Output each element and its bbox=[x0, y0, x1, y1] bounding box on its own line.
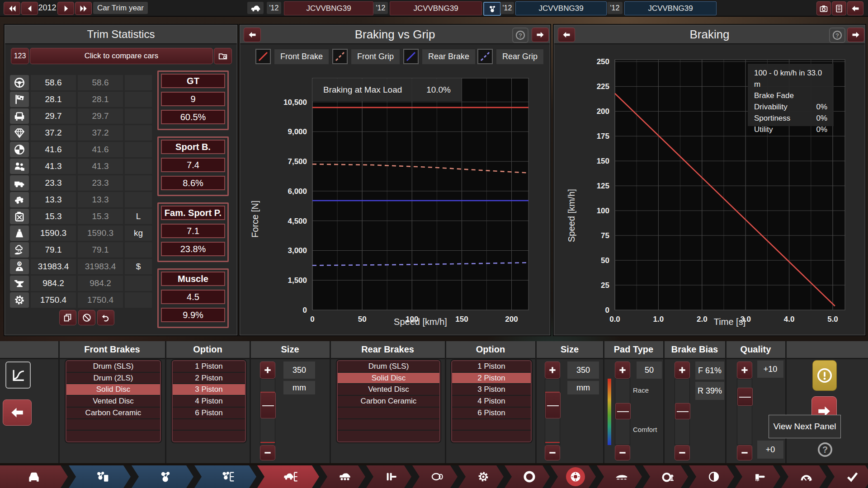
front-caliper-option-3-piston[interactable]: 3 Piston bbox=[173, 384, 245, 396]
design-tab-drivetrain[interactable] bbox=[366, 465, 411, 488]
car-susp-icon bbox=[339, 470, 351, 483]
compare-count-button[interactable]: 123 bbox=[11, 48, 29, 64]
front-brake-option-solid-disc[interactable]: Solid Disc bbox=[66, 384, 160, 396]
rear-brake-option-solid-disc[interactable]: Solid Disc bbox=[338, 373, 439, 385]
next-year-button[interactable] bbox=[57, 2, 74, 15]
photo-button[interactable] bbox=[816, 1, 831, 15]
pad-type-slider-handle[interactable] bbox=[615, 403, 631, 419]
brake-bias-slider-handle[interactable] bbox=[675, 403, 690, 419]
design-tab-engine-bay[interactable] bbox=[458, 465, 504, 488]
model-tab-red-2[interactable]: JCVVBNG39 bbox=[284, 1, 373, 15]
trim-statistics-title: Trim Statistics bbox=[5, 25, 237, 44]
front-brake-option-vented-disc[interactable]: Vented Disc bbox=[66, 396, 160, 408]
front-caliper-option-1-piston[interactable]: 1 Piston bbox=[173, 361, 245, 373]
first-year-button[interactable] bbox=[4, 2, 20, 15]
front-caliper-option-4-piston[interactable]: 4 Piston bbox=[173, 396, 245, 408]
help-button[interactable]: ? bbox=[816, 441, 834, 459]
legend-rear-grip[interactable]: Rear Grip bbox=[477, 48, 543, 65]
front-caliper-option-6-piston[interactable]: 6 Piston bbox=[173, 408, 245, 419]
legend-front-brake[interactable]: Front Brake bbox=[255, 48, 329, 65]
front-size-decrease-button[interactable] bbox=[260, 445, 275, 460]
bias-increase-button[interactable] bbox=[675, 361, 690, 379]
legend-rear-brake[interactable]: Rear Brake bbox=[403, 48, 475, 65]
svg-text:?: ? bbox=[822, 445, 828, 455]
prev-graph-button[interactable] bbox=[558, 28, 575, 42]
rear-caliper-option-6-piston[interactable]: 6 Piston bbox=[452, 408, 531, 419]
last-year-button[interactable] bbox=[75, 2, 92, 15]
prev-graph-button[interactable] bbox=[244, 28, 261, 42]
undo-button[interactable] bbox=[97, 310, 114, 325]
design-tab-aero[interactable] bbox=[597, 465, 642, 488]
model-tab-red-4[interactable]: JCVVBNG39 bbox=[390, 1, 482, 15]
rear-caliper-option-1-piston[interactable]: 1 Piston bbox=[452, 361, 531, 373]
design-tab-brakes[interactable] bbox=[551, 465, 596, 488]
quality-slider-handle[interactable] bbox=[737, 388, 753, 406]
rear-size-increase-button[interactable] bbox=[545, 361, 560, 379]
save-load-button[interactable] bbox=[214, 48, 232, 64]
design-tab-engine-family[interactable] bbox=[69, 465, 131, 488]
comfort-icon bbox=[10, 108, 29, 124]
car-model-icon[interactable] bbox=[247, 2, 264, 14]
score-name: GT bbox=[161, 74, 225, 88]
summary-button[interactable] bbox=[832, 1, 846, 15]
rear-size-value: 350 bbox=[567, 361, 599, 379]
rear-brake-option-drum-sls-[interactable]: Drum (SLS) bbox=[338, 361, 439, 373]
front-size-increase-button[interactable] bbox=[260, 361, 275, 379]
quality-decrease-button[interactable] bbox=[737, 445, 752, 460]
score-value: 4.5 bbox=[161, 290, 225, 304]
help-button[interactable]: ? bbox=[829, 28, 845, 43]
design-tab-wheel-load[interactable] bbox=[643, 465, 688, 488]
next-graph-button[interactable] bbox=[532, 28, 549, 42]
rear-caliper-option-empty-6 bbox=[452, 431, 531, 441]
copy-trim-button[interactable] bbox=[59, 310, 76, 325]
stat-value-current: 28.1 bbox=[31, 92, 76, 107]
design-tab-engine-tuning[interactable] bbox=[194, 465, 256, 488]
rear-size-decrease-button[interactable] bbox=[545, 445, 560, 460]
pad-increase-button[interactable] bbox=[615, 361, 630, 379]
legend-front-grip[interactable]: Front Grip bbox=[332, 48, 400, 65]
rear-caliper-option-4-piston[interactable]: 4 Piston bbox=[452, 396, 531, 408]
discard-trim-button[interactable] bbox=[78, 310, 95, 325]
previous-panel-button[interactable] bbox=[3, 399, 32, 426]
design-tab-trim[interactable] bbox=[257, 465, 319, 488]
right-arrow-icon bbox=[61, 4, 71, 13]
front-brake-option-drum-sls-[interactable]: Drum (SLS) bbox=[66, 361, 160, 373]
rear-brake-option-vented-disc[interactable]: Vented Disc bbox=[338, 384, 439, 396]
rear-caliper-option-3-piston[interactable]: 3 Piston bbox=[452, 384, 531, 396]
front-brake-option-drum-2ls-[interactable]: Drum (2LS) bbox=[66, 373, 160, 385]
design-tab-fixtures[interactable] bbox=[412, 465, 458, 488]
warnings-button[interactable] bbox=[812, 360, 837, 391]
svg-text:50: 50 bbox=[601, 256, 609, 265]
model-tab-blue-7[interactable]: JCVVBNG39 bbox=[515, 1, 607, 15]
design-tab-testing[interactable] bbox=[781, 465, 826, 488]
design-tab-drive-wheels[interactable] bbox=[689, 465, 734, 488]
quality-increase-button[interactable] bbox=[737, 361, 752, 379]
design-tab-car-body[interactable] bbox=[0, 465, 68, 488]
engine-model-icon[interactable] bbox=[483, 2, 501, 16]
front-size-value: 350 bbox=[283, 361, 315, 379]
quality-bottom-value: +0 bbox=[757, 441, 783, 459]
next-graph-button[interactable] bbox=[847, 28, 864, 42]
design-tab-tyres[interactable] bbox=[505, 465, 550, 488]
front-size-slider-handle[interactable] bbox=[260, 392, 276, 418]
design-tab-paint[interactable] bbox=[735, 465, 780, 488]
model-tab-blue-9[interactable]: JCVVBNG39 bbox=[624, 1, 717, 15]
rear-brake-option-carbon-ceramic[interactable]: Carbon Ceramic bbox=[338, 396, 439, 408]
design-tab-finish[interactable] bbox=[827, 465, 868, 488]
front-caliper-option-2-piston[interactable]: 2 Piston bbox=[173, 373, 245, 385]
bias-decrease-button[interactable] bbox=[675, 445, 690, 460]
dial-icon bbox=[800, 470, 812, 483]
back-button[interactable] bbox=[847, 1, 863, 15]
help-button[interactable]: ? bbox=[512, 28, 528, 43]
design-tab-suspension[interactable] bbox=[320, 465, 365, 488]
pad-decrease-button[interactable] bbox=[615, 445, 630, 460]
prev-year-button[interactable] bbox=[21, 2, 38, 15]
compare-cars-button[interactable]: Click to compare cars bbox=[30, 48, 213, 64]
column-separator bbox=[663, 341, 665, 463]
svg-text:100: 100 bbox=[597, 206, 609, 215]
rear-size-slider-handle[interactable] bbox=[545, 392, 561, 418]
rear-caliper-option-2-piston[interactable]: 2 Piston bbox=[452, 373, 531, 385]
graph-view-button[interactable] bbox=[5, 361, 31, 389]
design-tab-engine-variant[interactable] bbox=[132, 465, 193, 488]
front-brake-option-carbon-ceramic[interactable]: Carbon Ceramic bbox=[66, 408, 160, 419]
